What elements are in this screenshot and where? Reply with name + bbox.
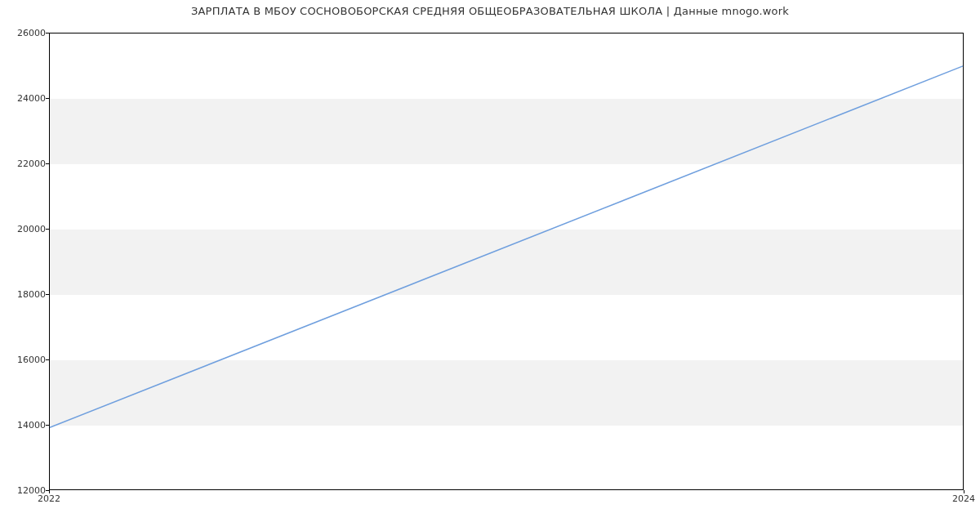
y-tick-label: 24000 [5,93,46,104]
y-tick-mark [46,98,49,99]
y-tick-mark [46,229,49,230]
y-tick-label: 26000 [5,28,46,38]
y-tick-label: 14000 [5,420,46,431]
chart-title: ЗАРПЛАТА В МБОУ СОСНОВОБОРСКАЯ СРЕДНЯЯ О… [0,5,980,17]
y-tick-mark [46,359,49,360]
y-tick-mark [46,294,49,295]
x-tick-mark [49,490,50,493]
y-tick-label: 16000 [5,355,46,365]
y-tick-label: 20000 [5,224,46,234]
y-tick-label: 18000 [5,289,46,300]
y-tick-mark [46,425,49,426]
x-tick-label: 2024 [952,493,975,504]
series-line [50,66,963,427]
x-tick-label: 2022 [38,493,60,504]
line-series [50,33,963,489]
plot-area [49,33,964,490]
salary-line-chart: ЗАРПЛАТА В МБОУ СОСНОВОБОРСКАЯ СРЕДНЯЯ О… [0,0,980,531]
x-tick-mark [964,490,964,493]
y-tick-mark [46,163,49,164]
y-tick-label: 22000 [5,158,46,169]
y-tick-mark [46,33,49,33]
